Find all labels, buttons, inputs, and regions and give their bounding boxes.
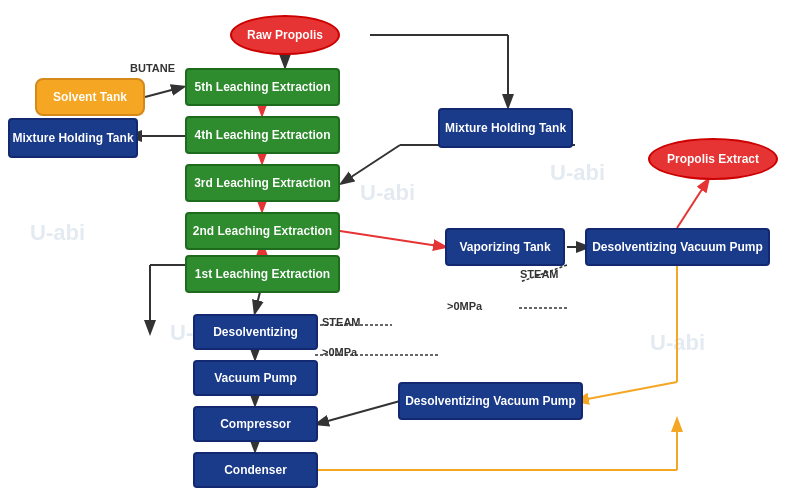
watermark: U-abi (360, 180, 415, 206)
mixture-holding-right-node: Mixture Holding Tank (438, 108, 573, 148)
svg-line-20 (317, 401, 400, 424)
process-diagram: U-abi U-abi U-abi U-abi U-abi (0, 0, 805, 501)
leach3-node: 3rd Leaching Extraction (185, 164, 340, 202)
desolv2-node: Desolventizing Vacuum Pump (398, 382, 583, 420)
raw-propolis-node: Raw Propolis (230, 15, 340, 55)
mixture-holding-left-node: Mixture Holding Tank (8, 118, 138, 158)
watermark: U-abi (30, 220, 85, 246)
leach1-node: 1st Leaching Extraction (185, 255, 340, 293)
solvent-tank-node: Solvent Tank (35, 78, 145, 116)
leach4-node: 4th Leaching Extraction (185, 116, 340, 154)
watermark: U-abi (650, 330, 705, 356)
steam2-label: STEAM (520, 268, 559, 280)
leach5-node: 5th Leaching Extraction (185, 68, 340, 106)
svg-line-5 (145, 87, 183, 97)
svg-line-12 (342, 145, 400, 183)
pressure2-label: >0MPa (447, 300, 482, 312)
desolventizing-node: Desolventizing (193, 314, 318, 350)
propolis-extract-node: Propolis Extract (648, 138, 778, 180)
leach2-node: 2nd Leaching Extraction (185, 212, 340, 250)
svg-line-13 (340, 231, 445, 247)
compressor-node: Compressor (193, 406, 318, 442)
desolv1-node: Desolventizing Vacuum Pump (585, 228, 770, 266)
svg-line-22 (577, 382, 677, 401)
vacuum-pump-node: Vacuum Pump (193, 360, 318, 396)
steam1-label: STEAM (322, 316, 361, 328)
pressure1-label: >0MPa (322, 346, 357, 358)
condenser-node: Condenser (193, 452, 318, 488)
butane-label: BUTANE (130, 62, 175, 74)
vaporizing-node: Vaporizing Tank (445, 228, 565, 266)
svg-line-15 (677, 180, 708, 228)
watermark: U-abi (550, 160, 605, 186)
